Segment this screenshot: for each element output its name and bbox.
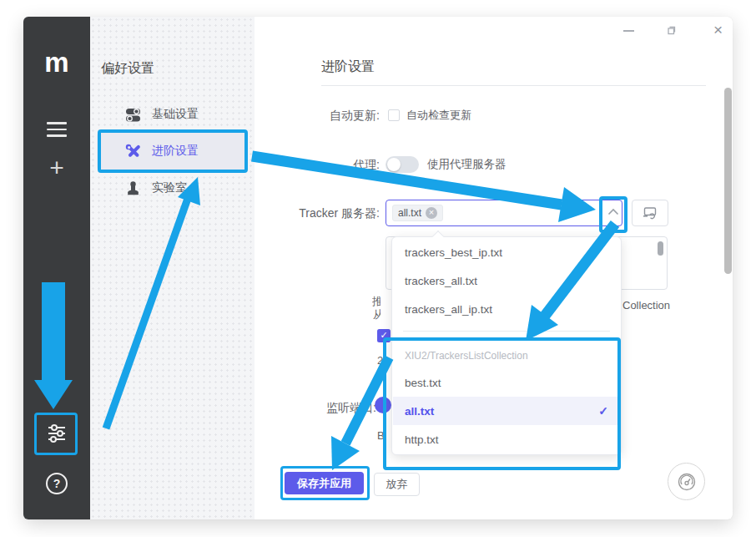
task-list-icon[interactable] [47, 122, 67, 137]
auto-update-option-label: 自动检查更新 [406, 109, 471, 122]
help-icon[interactable]: ? [23, 473, 90, 494]
dropdown-item[interactable]: trackers_best_ip.txt [393, 238, 620, 266]
dropdown-divider [403, 331, 610, 332]
listen-port-label: 监听端口: [255, 399, 376, 416]
sidebar-item-label: 实验室 [152, 180, 187, 195]
auto-update-label: 自动更新: [255, 107, 380, 124]
annotation-box-dropdown-caret [599, 196, 627, 233]
sync-icon [643, 206, 658, 220]
add-task-icon[interactable]: + [23, 155, 90, 180]
tag-close-icon[interactable]: × [426, 207, 437, 219]
auto-update-checkbox[interactable] [388, 109, 400, 121]
main-scrollbar[interactable] [724, 88, 732, 274]
tracker-select-input[interactable]: all.txt × [386, 200, 622, 226]
preferences-panel: 偏好设置 基础设置 进阶设置 [90, 17, 255, 519]
app-logo: m [23, 50, 90, 75]
dropdown-item-label: trackers_best_ip.txt [405, 246, 502, 259]
annotation-box-settings-icon [34, 413, 78, 455]
proxy-label: 代理: [255, 156, 380, 173]
window-controls: × [599, 17, 733, 55]
toggles-icon [125, 107, 141, 123]
proxy-option-label: 使用代理服务器 [427, 158, 507, 171]
discard-button[interactable]: 放弃 [374, 473, 420, 496]
annotation-box-advanced-settings [98, 129, 248, 173]
speedometer-icon [676, 471, 698, 493]
sync-tracker-button[interactable] [632, 200, 668, 226]
tracker-label: Tracker 服务器: [255, 205, 380, 221]
stamp-icon [125, 180, 141, 196]
dropdown-item-label: trackers_all.txt [405, 275, 477, 287]
page-title: 进阶设置 [321, 58, 375, 76]
annotation-box-dropdown-group [383, 337, 621, 470]
screen: m + ? 偏好设置 [0, 0, 756, 537]
textarea-scrollbar[interactable] [658, 241, 663, 256]
sidebar-item-lab[interactable]: 实验室 [97, 170, 248, 206]
dropdown-item[interactable]: trackers_all_ip.txt [393, 295, 620, 323]
sidebar-item-label: 基础设置 [152, 107, 199, 122]
selected-tag: all.txt × [392, 205, 443, 221]
preferences-title: 偏好设置 [101, 60, 154, 78]
app-window: m + ? 偏好设置 [23, 17, 733, 519]
annotation-box-save-button [280, 466, 370, 500]
help-text-fragment-collection: Collection [622, 299, 670, 312]
toggle-knob [387, 158, 401, 171]
maximize-icon[interactable] [666, 24, 678, 36]
proxy-toggle[interactable] [386, 156, 419, 173]
speed-gauge-button[interactable] [668, 463, 705, 500]
sidebar-item-basic-settings[interactable]: 基础设置 [97, 96, 248, 133]
close-icon[interactable]: × [713, 19, 723, 41]
help-text-fragment-2: 从 [373, 307, 381, 322]
minimize-icon[interactable] [623, 30, 634, 32]
tag-label: all.txt [398, 207, 421, 219]
dropdown-item-label: trackers_all_ip.txt [405, 303, 492, 316]
title-divider [321, 85, 706, 86]
dropdown-item[interactable]: trackers_all.txt [393, 266, 620, 295]
